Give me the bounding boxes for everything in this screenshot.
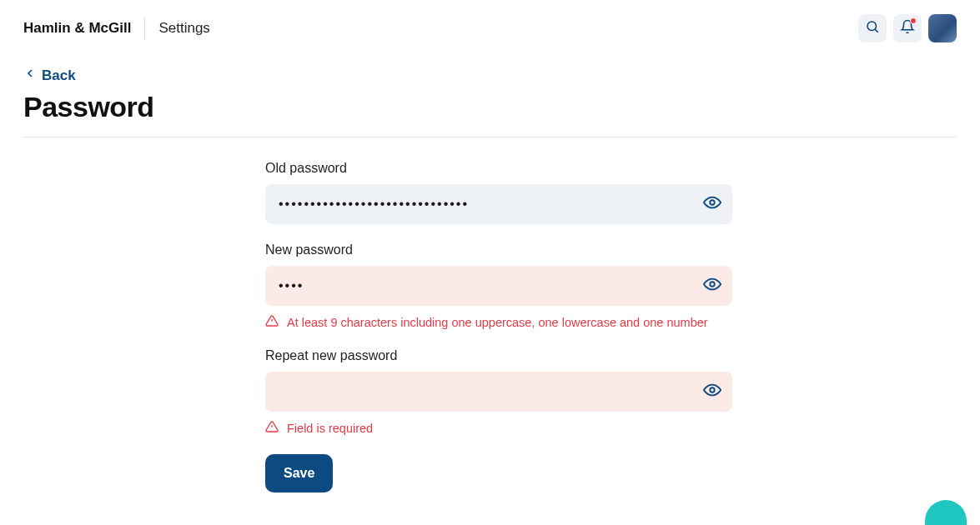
toggle-new-password-visibility[interactable] [701,274,724,298]
new-password-input[interactable] [279,266,692,306]
header: Hamlin & McGill Settings [0,0,980,57]
search-icon [865,19,880,38]
divider-horizontal [23,137,957,138]
header-left: Hamlin & McGill Settings [23,18,210,39]
svg-point-2 [710,200,715,205]
toggle-old-password-visibility[interactable] [701,192,724,216]
repeat-password-input[interactable] [279,372,692,412]
toggle-repeat-password-visibility[interactable] [701,380,724,403]
new-password-label: New password [265,242,732,258]
repeat-password-error: Field is required [265,420,732,436]
old-password-label: Old password [265,161,732,176]
chat-widget[interactable] [925,500,967,525]
new-password-field: New password At least 9 characters inclu… [265,242,732,330]
svg-point-0 [867,22,877,31]
section-label: Settings [158,20,209,37]
new-password-input-wrap [265,266,732,306]
old-password-field: Old password [265,161,732,224]
svg-point-3 [710,282,715,287]
repeat-password-field: Repeat new password Field is required [265,348,732,436]
notifications-button[interactable] [893,14,922,42]
password-form: Old password New password [265,161,732,492]
back-link[interactable]: Back [23,67,76,84]
repeat-password-error-text: Field is required [287,422,373,435]
header-right [858,14,957,42]
warning-icon [265,420,279,436]
search-button[interactable] [858,14,887,42]
eye-icon [703,381,721,402]
page-title: Password [23,91,957,123]
repeat-password-label: Repeat new password [265,348,732,363]
eye-icon [703,193,721,215]
repeat-password-input-wrap [265,372,732,412]
new-password-error: At least 9 characters including one uppe… [265,314,732,330]
notification-dot-icon [910,18,917,24]
old-password-input[interactable] [279,184,692,224]
divider [144,18,145,39]
brand-name: Hamlin & McGill [23,20,131,37]
save-button[interactable]: Save [265,454,333,492]
svg-point-6 [710,388,715,392]
new-password-error-text: At least 9 characters including one uppe… [287,316,708,329]
avatar[interactable] [928,14,957,42]
back-label: Back [42,68,76,84]
chevron-left-icon [23,67,37,84]
svg-line-1 [875,29,877,32]
old-password-input-wrap [265,184,732,224]
warning-icon [265,314,279,330]
eye-icon [703,275,721,297]
page-body: Back Password Old password New password [0,57,980,492]
